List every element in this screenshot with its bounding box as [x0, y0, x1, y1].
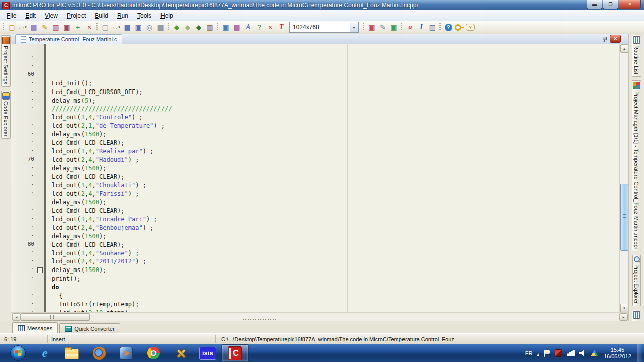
watch-values-icon: ▤: [233, 24, 240, 31]
save-file-button[interactable]: ▦: [122, 22, 133, 33]
window-controls: ▬ ❐ ✕: [586, 0, 641, 9]
fold-marker[interactable]: -: [37, 267, 43, 273]
license-key-button[interactable]: [454, 22, 465, 33]
tab-messages[interactable]: Messages: [12, 322, 58, 334]
open-file-button[interactable]: ▱▾: [111, 22, 122, 33]
toolbar-group-6: aI▥: [399, 21, 438, 33]
build-button[interactable]: ◆: [171, 22, 182, 33]
build-and-program-button[interactable]: ◆: [193, 22, 204, 33]
code-area[interactable]: Lcd_Init();Lcd_Cmd(_LCD_CURSOR_OFF);dela…: [46, 44, 620, 313]
media-player-button[interactable]: [113, 344, 140, 362]
document-tab-label: Temperature Control_Fouz Martini.c: [29, 36, 117, 42]
vertical-scroll-thumb[interactable]: [620, 184, 628, 251]
isis-icon: isis: [199, 347, 216, 360]
show-assembly-button[interactable]: A: [243, 22, 254, 33]
sidebar-tab-code-explorer[interactable]: Code Explorer: [1, 90, 11, 139]
print-button[interactable]: ▤: [155, 22, 166, 33]
chrome-button[interactable]: [140, 344, 167, 362]
vertical-scrollbar[interactable]: ▲ ▼: [619, 44, 629, 313]
resolution-combo-value: 1024x768: [293, 24, 319, 31]
new-file-button[interactable]: ▢: [100, 22, 111, 33]
scroll-left-icon[interactable]: ◄: [12, 313, 21, 321]
scroll-down-icon[interactable]: ▼: [620, 304, 628, 312]
stop-debugger-button[interactable]: ×: [265, 22, 276, 33]
program-button[interactable]: ▥: [204, 22, 215, 33]
menu-project[interactable]: Project: [62, 11, 90, 20]
pin-tab-button[interactable]: [602, 36, 607, 41]
build-all-button[interactable]: ◆: [182, 22, 193, 33]
save-project-as-button[interactable]: ▥: [50, 22, 61, 33]
open-project-button[interactable]: ▱▾: [17, 22, 28, 33]
horizontal-scroll-thumb[interactable]: [21, 313, 90, 321]
code-line: lcd_out(2,4,"Farissi") ;: [52, 190, 620, 198]
display-red-icon: ▣: [368, 24, 375, 31]
hidden-icons-icon[interactable]: [537, 349, 539, 358]
close-button[interactable]: ✕: [619, 0, 641, 9]
document-tab[interactable]: Temperature Control_Fouz Martini.c: [15, 34, 122, 44]
antivirus-icon[interactable]: [555, 349, 562, 357]
action-center-icon[interactable]: [544, 350, 550, 357]
taskbar-clock[interactable]: 15:45 16/05/2012: [604, 347, 631, 360]
tab-quick-converter[interactable]: Quick Converter: [59, 323, 120, 334]
windows-explorer-icon: [65, 349, 79, 359]
language-indicator[interactable]: FR: [525, 350, 533, 356]
gdrive-icon[interactable]: [591, 350, 598, 356]
menu-edit[interactable]: Edit: [21, 11, 40, 20]
menu-view[interactable]: View: [40, 11, 62, 20]
save-project-button[interactable]: ▤: [28, 22, 39, 33]
sidebar-tab-project-manager-1-1-temperature-control-[interactable]: Project Manager [1/1] - Temperature Cont…: [632, 80, 641, 251]
menu-build[interactable]: Build: [90, 11, 113, 20]
menu-help[interactable]: Help: [156, 11, 178, 20]
sidebar-tab-project-settings[interactable]: Project Settings: [1, 35, 11, 87]
close-tab-button[interactable]: ✕: [610, 35, 621, 43]
sidebar-tab-library-manager[interactable]: Library Manager: [632, 310, 641, 321]
save-all-files-button[interactable]: ▣: [133, 22, 144, 33]
sidebar-tab-routine-list[interactable]: Routine List: [632, 35, 641, 77]
software-simulator-button[interactable]: ?: [254, 22, 265, 33]
gutter-line: ·: [11, 147, 44, 156]
window-list-button[interactable]: ▥: [427, 22, 438, 33]
menu-run[interactable]: Run: [113, 11, 133, 20]
horizontal-scrollbar[interactable]: ◄ ►: [11, 312, 629, 321]
active-comment-button[interactable]: a: [405, 22, 416, 33]
display-red-button[interactable]: ▣: [366, 22, 377, 33]
menu-file[interactable]: File: [2, 11, 21, 20]
scroll-up-icon[interactable]: ▲: [620, 44, 628, 53]
combo-dropdown-icon[interactable]: ▼: [350, 23, 358, 32]
network-icon[interactable]: [567, 350, 575, 356]
firefox-button[interactable]: [86, 344, 113, 362]
license-tool-button[interactable]: [167, 344, 194, 362]
scroll-right-icon[interactable]: ►: [619, 313, 628, 321]
show-desktop-button[interactable]: [637, 344, 642, 362]
panel-splitter-handle[interactable]: [243, 319, 276, 320]
support-button[interactable]: ?: [465, 22, 476, 33]
close-project-button[interactable]: ▣: [61, 22, 72, 33]
display-edit-button[interactable]: ✎: [377, 22, 388, 33]
editor-gutter[interactable]: ··60····-····70····-····80···-·-···: [11, 44, 46, 313]
help-button[interactable]: ?: [443, 22, 454, 33]
code-line: Lcd_Init();: [52, 79, 620, 88]
sidebar-tab-project-explorer[interactable]: Project Explorer: [632, 255, 641, 306]
watch-values-button[interactable]: ▤: [231, 22, 243, 33]
volume-icon[interactable]: [579, 350, 586, 356]
new-project-button[interactable]: ▢: [6, 22, 17, 33]
internet-explorer-button[interactable]: e: [31, 344, 58, 362]
print-preview-button[interactable]: ◎: [144, 22, 155, 33]
toolbar-group-4: ▣▤A?×T: [215, 21, 287, 33]
minimize-button[interactable]: ▬: [587, 0, 602, 9]
isis-button[interactable]: isis: [194, 344, 221, 362]
menu-tools[interactable]: Tools: [133, 11, 156, 20]
line-tool-button[interactable]: I: [416, 22, 427, 33]
add-file-to-project-button[interactable]: +: [72, 22, 84, 33]
statistics-button[interactable]: T: [276, 22, 287, 33]
start-button[interactable]: [4, 344, 31, 362]
code-line: lcd_out(2,4,"Hadoudi") ;: [52, 156, 620, 164]
start-debugger-button[interactable]: ▣: [220, 22, 231, 33]
resolution-combo[interactable]: 1024x768▼: [289, 22, 359, 33]
edit-project-button[interactable]: ✎: [39, 22, 50, 33]
windows-explorer-button[interactable]: [58, 344, 86, 362]
remove-file-from-project-button[interactable]: ×: [84, 22, 95, 33]
restore-button[interactable]: ❐: [603, 0, 618, 9]
mikroc-button[interactable]: C: [221, 344, 249, 362]
display-green-button[interactable]: ▣: [388, 22, 399, 33]
